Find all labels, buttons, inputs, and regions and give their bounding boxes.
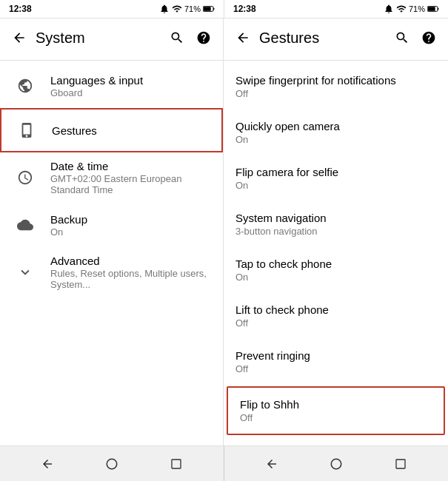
advanced-subtitle: Rules, Reset options, Multiple users, Sy… [50, 268, 211, 290]
flip-to-shhh-subtitle: Off [240, 412, 432, 423]
settings-item-backup[interactable]: Backup On [0, 203, 223, 247]
left-recents-nav-button[interactable] [163, 451, 190, 477]
open-camera-subtitle: On [235, 134, 436, 145]
left-home-nav-button[interactable] [98, 451, 125, 477]
settings-item-datetime[interactable]: Date & time GMT+02:00 Eastern European S… [0, 152, 223, 203]
right-header: Gestures [224, 18, 448, 57]
right-recents-nav-button[interactable] [387, 451, 414, 477]
gesture-prevent-ringing[interactable]: Prevent ringing Off [224, 339, 448, 385]
gesture-flip-to-shhh[interactable]: Flip to Shhh Off [227, 386, 445, 435]
svg-rect-5 [428, 7, 435, 10]
left-back-button[interactable] [6, 24, 33, 51]
system-navigation-subtitle: 3-button navigation [235, 226, 436, 237]
cloud-icon [12, 212, 39, 238]
tap-check-phone-subtitle: On [235, 272, 436, 283]
languages-subtitle: Gboard [50, 87, 211, 98]
svg-rect-7 [172, 460, 181, 468]
right-back-button[interactable] [230, 24, 256, 51]
datetime-subtitle: GMT+02:00 Eastern European Standard Time [50, 173, 211, 195]
svg-point-6 [107, 459, 117, 469]
left-bottom-nav [0, 446, 224, 481]
chevron-down-icon [12, 259, 39, 286]
panels: System [0, 18, 448, 445]
gesture-power-menu[interactable]: Power menu Show device controls [224, 437, 448, 445]
svg-rect-1 [213, 8, 214, 10]
backup-text: Backup On [50, 213, 211, 238]
left-header: System [0, 18, 223, 57]
left-panel: System [0, 18, 224, 445]
datetime-text: Date & time GMT+02:00 Eastern European S… [50, 160, 211, 195]
right-back-nav-button[interactable] [258, 451, 285, 477]
wifi-icon [172, 4, 182, 14]
swipe-fingerprint-title: Swipe fingerprint for notifications [235, 74, 436, 87]
left-panel-title: System [36, 30, 164, 47]
right-bottom-nav [224, 446, 448, 481]
left-status-bar: 12:38 71% [0, 0, 224, 18]
advanced-title: Advanced [50, 255, 211, 267]
right-wifi-icon [396, 4, 407, 14]
swipe-fingerprint-subtitle: Off [235, 88, 436, 99]
gesture-tap-check-phone[interactable]: Tap to check phone On [224, 247, 448, 293]
languages-title: Languages & input [50, 74, 211, 87]
clock-icon [12, 164, 39, 191]
right-time: 12:38 [233, 4, 256, 14]
gestures-icon [13, 117, 40, 144]
status-bar: 12:38 71% 12:38 [0, 0, 448, 18]
gesture-system-navigation[interactable]: System navigation 3-button navigation [224, 201, 448, 247]
gesture-swipe-fingerprint[interactable]: Swipe fingerprint for notifications Off [224, 64, 448, 110]
left-back-nav-button[interactable] [34, 451, 61, 477]
prevent-ringing-title: Prevent ringing [235, 349, 436, 362]
languages-text: Languages & input Gboard [50, 74, 211, 98]
left-settings-list: Languages & input Gboard Gestures [0, 64, 223, 445]
notification-icon [159, 4, 170, 14]
settings-item-languages[interactable]: Languages & input Gboard [0, 64, 223, 108]
left-status-icons: 71% [159, 4, 215, 14]
right-status-icons: 71% [384, 4, 439, 14]
tap-check-phone-title: Tap to check phone [235, 258, 436, 270]
gestures-text: Gestures [52, 124, 210, 137]
right-notification-icon [384, 4, 394, 14]
right-search-button[interactable] [389, 24, 415, 51]
svg-rect-9 [396, 460, 405, 468]
right-panel: Gestures Swipe fingerprint for notificat… [224, 18, 448, 445]
backup-subtitle: On [50, 226, 211, 238]
prevent-ringing-subtitle: Off [235, 363, 436, 374]
gestures-list: Swipe fingerprint for notifications Off … [224, 64, 448, 445]
open-camera-title: Quickly open camera [235, 120, 436, 132]
settings-item-gestures[interactable]: Gestures [0, 108, 223, 152]
right-battery-icon [427, 4, 439, 13]
settings-item-advanced[interactable]: Advanced Rules, Reset options, Multiple … [0, 247, 223, 297]
flip-camera-title: Flip camera for selfie [235, 166, 436, 178]
advanced-text: Advanced Rules, Reset options, Multiple … [50, 255, 211, 290]
backup-title: Backup [50, 213, 211, 226]
flip-to-shhh-title: Flip to Shhh [240, 398, 432, 411]
lift-check-phone-title: Lift to check phone [235, 303, 436, 316]
datetime-title: Date & time [50, 160, 211, 172]
flip-camera-subtitle: On [235, 180, 436, 191]
left-time: 12:38 [9, 4, 32, 14]
left-search-button[interactable] [164, 24, 190, 51]
battery-icon [203, 4, 215, 13]
bottom-nav [0, 445, 448, 481]
gesture-flip-camera[interactable]: Flip camera for selfie On [224, 155, 448, 201]
gesture-open-camera[interactable]: Quickly open camera On [224, 110, 448, 155]
svg-point-8 [331, 459, 341, 469]
right-battery: 71% [409, 4, 425, 13]
right-help-button[interactable] [415, 24, 442, 51]
gestures-title: Gestures [52, 124, 210, 137]
lift-check-phone-subtitle: Off [235, 317, 436, 329]
svg-rect-2 [204, 7, 211, 10]
right-home-nav-button[interactable] [323, 451, 350, 477]
globe-icon [12, 73, 39, 99]
gesture-lift-check-phone[interactable]: Lift to check phone Off [224, 293, 448, 339]
system-navigation-title: System navigation [235, 212, 436, 224]
right-panel-title: Gestures [259, 30, 389, 47]
left-battery: 71% [184, 4, 201, 13]
svg-rect-4 [438, 8, 438, 10]
left-help-button[interactable] [190, 24, 217, 51]
right-status-bar: 12:38 71% [224, 0, 448, 18]
